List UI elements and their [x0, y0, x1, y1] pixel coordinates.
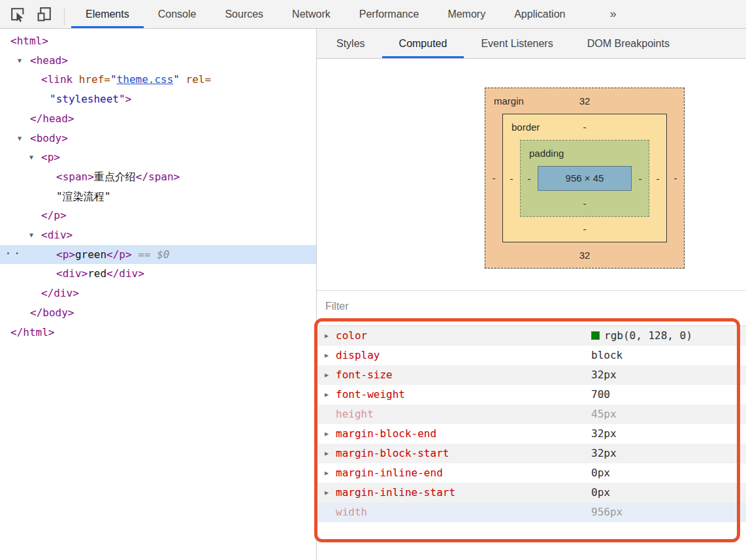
margin-bottom-value[interactable]: 32 — [485, 242, 684, 268]
box-model-margin[interactable]: margin 32 - border - - — [485, 88, 685, 269]
dom-tree-node[interactable]: <div>red</div> — [0, 264, 316, 284]
dom-tree-node[interactable]: </p> — [0, 206, 316, 225]
dom-tree-node[interactable]: ▼<head> — [0, 51, 316, 71]
tab-memory[interactable]: Memory — [433, 0, 500, 28]
tree-expand-icon[interactable]: ▼ — [18, 51, 22, 71]
code-token — [180, 73, 186, 86]
tree-expand-icon[interactable]: ▼ — [29, 148, 33, 167]
code-token: </span> — [136, 171, 180, 183]
property-value: 32px — [591, 365, 617, 385]
dom-tree-node[interactable]: <span>重点介绍</span> — [0, 167, 316, 187]
border-label: border — [511, 114, 540, 140]
dom-tree-node[interactable]: </head> — [0, 109, 316, 129]
resource-link[interactable]: theme.css — [117, 73, 174, 86]
border-bottom-value[interactable]: - — [503, 217, 666, 242]
code-token: </body> — [30, 306, 74, 319]
box-model-padding[interactable]: padding - 956 × 45 - - — [520, 140, 649, 217]
padding-right-value[interactable]: - — [632, 173, 649, 184]
tab-dom-breakpoints[interactable]: DOM Breakpoints — [570, 29, 687, 58]
computed-property-row[interactable]: ▶ margin-inline-start 0px — [317, 483, 746, 502]
dom-tree-node[interactable]: ▼<body> — [0, 129, 316, 148]
panel-tabs: Elements Console Sources Network Perform… — [71, 0, 625, 28]
tab-styles[interactable]: Styles — [319, 29, 382, 58]
dom-tree-node[interactable]: ▼<div> — [0, 225, 316, 245]
code-token: red — [88, 267, 106, 280]
computed-properties-list: ▶ color rgb(0, 128, 0) ▶ display block ▶… — [317, 326, 746, 522]
more-tabs-chevron-icon[interactable]: » — [600, 0, 625, 28]
device-toolbar-button[interactable] — [33, 3, 56, 26]
code-token: </p> — [41, 209, 67, 222]
code-token: <body> — [30, 132, 68, 144]
border-left-value[interactable]: - — [503, 173, 520, 184]
property-name: margin-block-start — [336, 447, 449, 459]
expand-arrow-icon[interactable]: ▶ — [325, 463, 329, 483]
property-value: 0px — [591, 463, 610, 483]
computed-pane: margin 32 - border - - — [317, 59, 746, 560]
box-model-section: margin 32 - border - - — [317, 59, 746, 290]
code-token: </div> — [106, 267, 144, 280]
padding-left-value[interactable]: - — [521, 173, 538, 184]
dom-tree-node[interactable]: </html> — [0, 323, 316, 342]
code-token: href= — [79, 73, 110, 86]
dom-tree-node[interactable]: </div> — [0, 284, 316, 303]
code-token: == — [132, 248, 157, 261]
dom-tree-node[interactable]: "渲染流程" — [0, 187, 316, 206]
box-model-border[interactable]: border - - padding — [502, 114, 667, 242]
tab-event-listeners[interactable]: Event Listeners — [464, 29, 570, 58]
expand-arrow-icon[interactable]: ▶ — [325, 424, 329, 444]
property-name: height — [336, 408, 374, 420]
dom-tree-node[interactable]: <link href="theme.css" rel= — [0, 70, 316, 90]
margin-right-value[interactable]: - — [667, 173, 684, 184]
property-name: font-size — [336, 369, 393, 381]
computed-property-row[interactable]: ▶ margin-block-start 32px — [317, 444, 746, 463]
tab-console[interactable]: Console — [144, 0, 211, 28]
property-value: 32px — [591, 424, 617, 444]
tab-network[interactable]: Network — [278, 0, 345, 28]
property-value: 956px — [591, 502, 623, 522]
tab-elements[interactable]: Elements — [71, 0, 144, 28]
filter-input[interactable]: Filter — [317, 291, 746, 326]
code-token: green — [75, 248, 106, 261]
inspect-element-button[interactable] — [5, 3, 29, 26]
expand-arrow-icon[interactable]: ▶ — [325, 346, 329, 365]
dom-tree-node[interactable]: "stylesheet"> — [0, 90, 316, 109]
box-model-diagram: margin 32 - border - - — [485, 88, 685, 269]
dom-tree-node[interactable]: </body> — [0, 303, 316, 323]
computed-property-row[interactable]: ▶ font-weight 700 — [317, 385, 746, 404]
code-token: <link — [41, 73, 79, 86]
tree-expand-icon[interactable]: ▼ — [29, 225, 33, 245]
tree-expand-icon[interactable]: ▼ — [18, 129, 22, 148]
expand-arrow-icon[interactable]: ▶ — [325, 385, 329, 404]
expand-arrow-icon[interactable]: ▶ — [325, 365, 329, 385]
elements-dom-tree: <html> ▼<head> <link href="theme.css" re… — [0, 29, 317, 560]
expand-arrow-icon[interactable]: ▶ — [325, 444, 329, 463]
computed-property-row[interactable]: ▶ margin-inline-end 0px — [317, 463, 746, 483]
tab-performance[interactable]: Performance — [345, 0, 434, 28]
dom-tree-node-selected[interactable]: ··<p>green</p> == $0 — [0, 245, 316, 265]
code-token: </div> — [41, 287, 79, 299]
tab-application[interactable]: Application — [500, 0, 579, 28]
computed-property-row[interactable]: ▶ display block — [317, 346, 746, 365]
computed-property-row[interactable]: ▶ margin-block-end 32px — [317, 424, 746, 444]
code-token: "渲染流程" — [56, 190, 110, 203]
property-name: margin-block-end — [336, 427, 436, 440]
margin-left-value[interactable]: - — [485, 173, 502, 184]
box-model-content[interactable]: 956 × 45 — [538, 166, 632, 191]
padding-bottom-value[interactable]: - — [521, 191, 649, 216]
code-token: 重点介绍 — [94, 171, 136, 183]
code-token: $0 — [157, 248, 169, 261]
expand-arrow-icon[interactable]: ▶ — [325, 326, 329, 346]
property-value: 700 — [591, 385, 610, 404]
border-right-value[interactable]: - — [649, 173, 666, 184]
code-token: <p> — [41, 151, 60, 163]
tab-computed[interactable]: Computed — [382, 29, 464, 58]
color-swatch — [591, 331, 600, 340]
computed-property-row[interactable]: width 956px — [317, 502, 746, 522]
computed-property-row[interactable]: ▶ color rgb(0, 128, 0) — [317, 326, 746, 346]
computed-property-row[interactable]: height 45px — [317, 404, 746, 424]
dom-tree-node[interactable]: <html> — [0, 31, 316, 51]
expand-arrow-icon[interactable]: ▶ — [325, 483, 329, 502]
tab-sources[interactable]: Sources — [210, 0, 278, 28]
dom-tree-node[interactable]: ▼<p> — [0, 148, 316, 167]
computed-property-row[interactable]: ▶ font-size 32px — [317, 365, 746, 385]
